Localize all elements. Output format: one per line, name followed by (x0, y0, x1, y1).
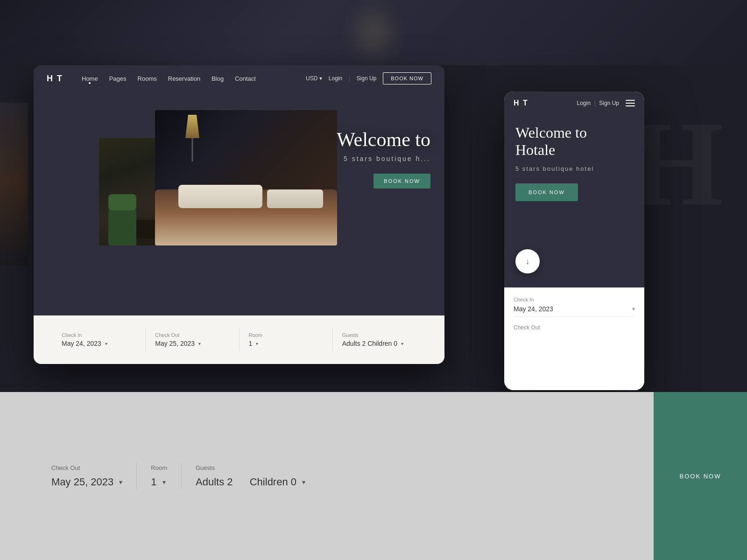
hero-book-now-button[interactable]: BOOK NOW (374, 174, 430, 189)
mobile-check-out-label: Check Out (514, 324, 635, 331)
desktop-hero: Welcome to 5 stars boutique h... BOOK NO… (34, 91, 444, 315)
hero-text-overlay: Welcome to 5 stars boutique h... BOOK NO… (337, 129, 430, 189)
nav-link-rooms[interactable]: Rooms (138, 75, 157, 82)
desktop-nav-right: USD ▾ Login | Sign Up BOOK NOW (306, 72, 431, 84)
guests-value: Adults 2 Children 0 ▾ (342, 340, 416, 347)
nav-link-reservation[interactable]: Reservation (168, 75, 200, 82)
bottom-check-out-field[interactable]: Check Out May 25, 2023 ▾ (37, 455, 136, 497)
mobile-card: H T Login | Sign Up Welcome to Hotale 5 … (504, 91, 644, 390)
lamp-decoration (183, 115, 202, 161)
mobile-nav-divider: | (594, 100, 595, 107)
mobile-booking-section: Check In May 24, 2023 ▾ Check Out (504, 287, 644, 390)
bottom-room-arrow: ▾ (162, 478, 166, 486)
desktop-nav-links: Home Pages Rooms Reservation Blog Contac… (82, 75, 306, 82)
mobile-hero-content: Welcome to Hotale 5 stars boutique hotel… (504, 115, 644, 210)
mobile-logo: H T (514, 99, 577, 107)
bottom-guests-value: Adults 2 Children 0 ▾ (196, 476, 305, 488)
bg-left-strip (0, 103, 28, 266)
room-field[interactable]: Room 1 ▾ (240, 329, 333, 351)
room-main-image (155, 110, 337, 245)
booking-bar: Check In May 24, 2023 ▾ Check Out May 25… (34, 315, 444, 364)
hamburger-menu-icon[interactable] (626, 100, 635, 106)
menu-line-1 (626, 100, 635, 101)
nav-signup-link[interactable]: Sign Up (357, 75, 377, 82)
room-main-inner (155, 110, 337, 245)
scroll-down-icon: ↓ (526, 257, 530, 266)
room-arrow: ▾ (256, 341, 258, 346)
bottom-booking-section: Check Out May 25, 2023 ▾ Room 1 ▾ Guests… (0, 392, 747, 560)
check-out-arrow: ▾ (198, 341, 201, 346)
room-label: Room (249, 332, 323, 338)
bottom-check-out-arrow: ▾ (119, 478, 122, 486)
guests-label: Guests (342, 332, 416, 338)
check-out-field[interactable]: Check Out May 25, 2023 ▾ (146, 329, 239, 351)
check-in-value: May 24, 2023 ▾ (62, 340, 136, 347)
chair-decoration (108, 208, 136, 245)
bottom-room-value: 1 ▾ (151, 476, 167, 488)
mobile-welcome-text: Welcome to Hotale (515, 124, 633, 159)
bg-top-image (0, 0, 747, 65)
check-out-label: Check Out (155, 332, 229, 338)
check-in-label: Check In (62, 332, 136, 338)
mobile-check-in-field[interactable]: Check In May 24, 2023 ▾ (514, 297, 635, 317)
currency-selector[interactable]: USD ▾ (306, 75, 322, 82)
hotel-room-collage (99, 110, 337, 269)
nav-link-blog[interactable]: Blog (211, 75, 224, 82)
bottom-room-field[interactable]: Room 1 ▾ (137, 455, 181, 497)
scroll-down-button[interactable]: ↓ (515, 249, 540, 273)
guests-field[interactable]: Guests Adults 2 Children 0 ▾ (333, 329, 426, 351)
bottom-guests-label: Guests (196, 464, 305, 471)
mobile-subtitle: 5 stars boutique hotel (515, 165, 633, 172)
desktop-nav: H T Home Pages Rooms Reservation Blog Co… (34, 65, 444, 91)
mobile-check-in-arrow: ▾ (632, 306, 635, 312)
mobile-book-now-button[interactable]: BOOK NOW (515, 183, 578, 201)
mobile-nav: H T Login | Sign Up (504, 91, 644, 115)
bottom-check-out-label: Check Out (51, 464, 122, 471)
nav-link-home[interactable]: Home (82, 75, 98, 82)
bottom-book-now-button[interactable]: BOOK NOW (654, 392, 747, 560)
guests-arrow: ▾ (401, 341, 403, 346)
hero-subtitle: 5 stars boutique h... (337, 155, 430, 162)
nav-login-link[interactable]: Login (329, 75, 342, 82)
menu-line-3 (626, 105, 635, 106)
bottom-room-label: Room (151, 464, 167, 471)
check-in-arrow: ▾ (105, 341, 107, 346)
bottom-guests-arrow: ▾ (302, 478, 305, 486)
mobile-check-in-value: May 24, 2023 ▾ (514, 305, 635, 317)
bed-surface (155, 189, 337, 245)
bed-pillow-1 (178, 185, 262, 208)
desktop-card: H T Home Pages Rooms Reservation Blog Co… (34, 65, 444, 364)
nav-divider: | (349, 75, 350, 82)
bottom-check-out-value: May 25, 2023 ▾ (51, 476, 122, 488)
nav-link-pages[interactable]: Pages (109, 75, 127, 82)
bed-pillow-2 (267, 189, 323, 208)
mobile-hero: H T Login | Sign Up Welcome to Hotale 5 … (504, 91, 644, 287)
room-value: 1 ▾ (249, 340, 323, 347)
check-in-field[interactable]: Check In May 24, 2023 ▾ (52, 329, 146, 351)
hero-welcome-text: Welcome to (337, 129, 430, 150)
nav-book-now-button[interactable]: BOOK NOW (383, 72, 431, 84)
menu-line-2 (626, 103, 635, 104)
bg-lamp-decoration (355, 9, 392, 56)
mobile-login-link[interactable]: Login (577, 100, 591, 106)
bottom-guests-field[interactable]: Guests Adults 2 Children 0 ▾ (182, 455, 319, 497)
nav-link-contact[interactable]: Contact (235, 75, 256, 82)
desktop-logo: H T (47, 74, 63, 84)
mobile-check-in-label: Check In (514, 297, 635, 302)
check-out-value: May 25, 2023 ▾ (155, 340, 229, 347)
mobile-signup-link[interactable]: Sign Up (599, 100, 619, 106)
